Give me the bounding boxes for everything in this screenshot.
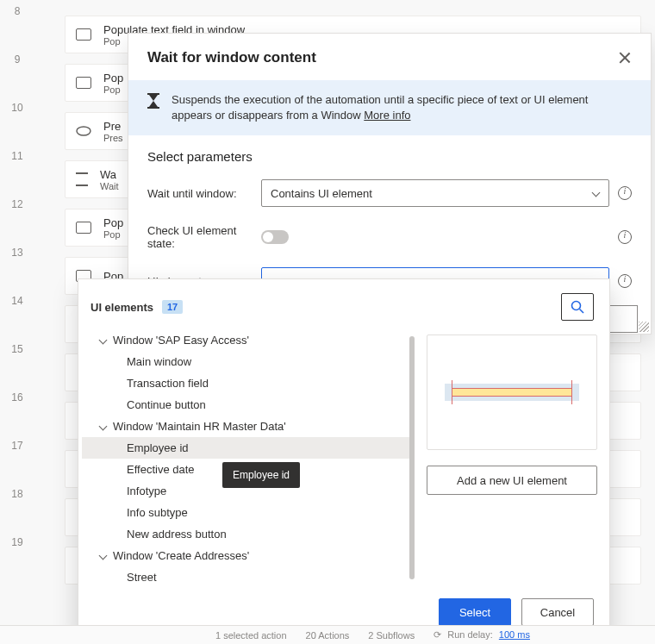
svg-point-1	[572, 302, 581, 310]
hourglass-icon	[147, 93, 159, 109]
tree-group-label: Window 'Create Addresses'	[113, 549, 249, 562]
tree-item[interactable]: Info subtype	[82, 502, 415, 523]
info-icon[interactable]	[618, 274, 632, 288]
tree-group[interactable]: Window 'Maintain HR Master Data'	[82, 416, 415, 437]
window-icon	[76, 125, 91, 137]
tree-group[interactable]: Window 'Create Addresses'	[82, 545, 415, 566]
line-number: 9	[0, 53, 34, 66]
select-button[interactable]: Select	[439, 598, 511, 626]
tree-item[interactable]: Street	[82, 566, 415, 586]
tree-item-label: Employee id	[127, 441, 189, 454]
search-icon	[571, 300, 584, 314]
tree-item-employee-id[interactable]: Employee id	[82, 437, 415, 459]
action-subtitle: Pop	[103, 229, 123, 240]
window-icon	[76, 28, 91, 41]
cancel-button[interactable]: Cancel	[521, 598, 594, 626]
line-number: 17	[0, 440, 34, 452]
ui-element-tree[interactable]: Window 'SAP Easy Access' Main window Tra…	[82, 329, 415, 586]
ui-element-picker: UI elements 17 Window 'SAP Easy Access' …	[78, 278, 610, 639]
line-number: 15	[0, 343, 34, 355]
more-info-link[interactable]: More info	[364, 109, 410, 122]
close-icon[interactable]	[618, 51, 632, 65]
tree-item[interactable]: Transaction field	[82, 372, 415, 394]
line-number: 19	[0, 536, 34, 548]
status-run-delay: ⟳ Run delay: 100 ms	[434, 629, 530, 641]
chevron-down-icon	[591, 191, 600, 196]
tree-item[interactable]: Main window	[82, 351, 415, 372]
action-title: Wa	[100, 168, 119, 181]
tree-item[interactable]: New address button	[82, 523, 415, 545]
window-icon	[76, 77, 91, 89]
line-number: 8	[0, 5, 34, 17]
hourglass-icon	[76, 172, 88, 186]
chevron-down-icon	[99, 552, 108, 560]
tree-group-label: Window 'Maintain HR Master Data'	[113, 420, 286, 433]
search-button[interactable]	[561, 293, 594, 321]
resize-handle[interactable]	[639, 322, 649, 332]
wait-until-select[interactable]: Contains UI element	[261, 179, 609, 207]
tree-item-label: Infotype	[127, 485, 166, 497]
scrollbar[interactable]	[409, 336, 415, 579]
svg-point-0	[77, 127, 90, 135]
window-icon	[76, 222, 91, 234]
line-number: 10	[0, 102, 34, 114]
action-subtitle: Pres	[103, 133, 123, 143]
section-title: Select parameters	[147, 149, 632, 164]
run-delay-value[interactable]: 100 ms	[499, 629, 530, 640]
action-subtitle: Pop	[103, 84, 123, 95]
line-number: 13	[0, 247, 34, 259]
line-number: 14	[0, 295, 34, 307]
status-actions: 20 Actions	[306, 630, 350, 641]
wait-until-label: Wait until window:	[147, 187, 261, 200]
action-title: Pop	[103, 72, 123, 84]
action-title: Pre	[103, 120, 123, 133]
run-delay-label: Run delay:	[447, 629, 493, 640]
tree-item-label: Info subtype	[127, 506, 188, 519]
tree-item-label: Effective date	[127, 463, 195, 476]
tree-item-label: New address button	[127, 528, 227, 541]
line-number: 18	[0, 488, 34, 500]
tree-item-label: Street	[127, 571, 157, 584]
tree-item[interactable]: Continue button	[82, 394, 415, 416]
line-number: 12	[0, 198, 34, 210]
info-icon[interactable]	[618, 230, 632, 244]
tree-item-label: Continue button	[127, 398, 206, 411]
check-state-label: Check UI element state:	[147, 224, 261, 250]
tree-item-label: Main window	[127, 355, 191, 368]
chevron-down-icon	[99, 336, 108, 345]
line-number: 16	[0, 391, 34, 403]
status-selected: 1 selected action	[215, 630, 287, 641]
status-bar: 1 selected action 20 Actions 2 Subflows …	[0, 625, 655, 644]
status-subflows: 2 Subflows	[368, 630, 415, 641]
check-state-toggle[interactable]	[261, 230, 289, 244]
tree-group-label: Window 'SAP Easy Access'	[113, 334, 249, 347]
add-ui-element-button[interactable]: Add a new UI element	[427, 466, 597, 495]
ui-element-preview	[427, 335, 597, 450]
chevron-down-icon	[99, 422, 108, 431]
tree-group[interactable]: Window 'SAP Easy Access'	[82, 329, 415, 351]
tree-item-label: Transaction field	[127, 377, 209, 390]
svg-line-2	[580, 309, 584, 314]
line-number: 11	[0, 150, 34, 162]
action-title: Pop	[103, 216, 123, 229]
picker-title: UI elements	[90, 301, 153, 314]
wait-until-value: Contains UI element	[271, 187, 372, 200]
dialog-title: Wait for window content	[147, 49, 316, 66]
picker-count-badge: 17	[162, 300, 183, 314]
info-icon[interactable]	[618, 186, 632, 200]
line-number-gutter: 8 9 10 11 12 13 14 15 16 17 18 19	[0, 0, 34, 644]
tooltip: Employee id	[222, 462, 300, 488]
dialog-info-banner: Suspends the execution of the automation…	[128, 80, 651, 135]
action-subtitle: Wait	[100, 181, 119, 191]
